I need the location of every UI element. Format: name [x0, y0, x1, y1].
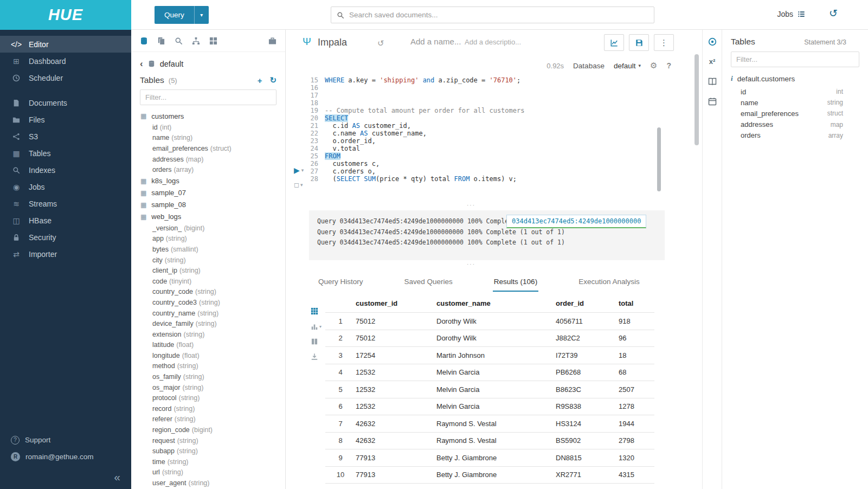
assist-table-sample-08[interactable]: ▦sample_08	[131, 199, 285, 211]
table-row[interactable]: 842632Raymond S. VestalBS59022798	[325, 433, 654, 450]
right-column-email-preferences[interactable]: email_preferencesstruct	[722, 108, 868, 119]
code-line[interactable]: c.orders o,	[325, 168, 657, 175]
assist-column-code[interactable]: code(tinyint)	[131, 276, 285, 287]
refresh-tables-icon[interactable]: ↻	[269, 75, 277, 85]
tab-execution-analysis[interactable]: Execution Analysis	[577, 273, 641, 292]
schedule-icon[interactable]	[708, 97, 717, 106]
right-filter-input[interactable]	[731, 52, 859, 67]
resize-handle[interactable]: ···	[286, 261, 657, 267]
help-question-icon[interactable]: ?	[666, 61, 671, 70]
assist-column-orders[interactable]: orders(array)	[131, 164, 285, 175]
assist-column-addresses[interactable]: addresses(map)	[131, 154, 285, 165]
sidebar-item-files[interactable]: Files	[0, 111, 131, 128]
support-link[interactable]: ? Support	[0, 432, 131, 448]
sidebar-item-importer[interactable]: ⇄Importer	[0, 246, 131, 262]
code-line[interactable]	[325, 84, 657, 92]
assist-column-request[interactable]: request(string)	[131, 435, 285, 446]
code-line[interactable]: customers c,	[325, 160, 657, 168]
language-reference-icon[interactable]	[708, 77, 717, 86]
jobs-button[interactable]: Jobs	[777, 10, 805, 18]
query-name-input[interactable]	[410, 37, 461, 46]
assist-column-user-agent[interactable]: user_agent(string)	[131, 478, 285, 488]
settings-gear-icon[interactable]: ⚙	[650, 61, 657, 70]
sidebar-item-editor[interactable]: </>Editor	[0, 36, 131, 53]
sidebar-item-documents[interactable]: Documents	[0, 94, 131, 111]
assist-column-country-code3[interactable]: country_code3(string)	[131, 297, 285, 308]
assist-table-k8s-logs[interactable]: ▦k8s_logs	[131, 175, 285, 187]
table-row[interactable]: 977913Betty J. GiambroneDN88151320	[325, 449, 654, 467]
main-scrollbar[interactable]	[695, 54, 699, 145]
code-line[interactable]: c.name AS customer_name,	[325, 130, 657, 137]
global-search[interactable]	[331, 7, 654, 23]
assist-column-extension[interactable]: extension(string)	[131, 329, 285, 340]
assist-column-name[interactable]: name(string)	[131, 133, 285, 144]
apps-source-icon[interactable]	[209, 37, 217, 45]
tables-filter-input[interactable]	[140, 89, 277, 105]
search-source-icon[interactable]	[175, 37, 183, 45]
code-line[interactable]	[325, 92, 657, 99]
documents-source-icon[interactable]	[157, 37, 165, 45]
new-query-button[interactable]: Query ▾	[155, 6, 209, 24]
sidebar-item-streams[interactable]: ≋Streams	[0, 195, 131, 212]
query-dropdown-caret-icon[interactable]: ▾	[194, 6, 209, 24]
code-line[interactable]: c.id AS customer_id,	[325, 122, 657, 130]
code-line[interactable]: v.total	[325, 145, 657, 152]
assist-table-sample-07[interactable]: ▦sample_07	[131, 187, 285, 199]
databases-source-icon[interactable]	[140, 37, 148, 45]
active-table-row[interactable]: i default.customers	[722, 67, 868, 86]
chart-button[interactable]	[604, 34, 624, 51]
table-row[interactable]: 742632Raymond S. VestalHS31241944	[325, 415, 654, 433]
code-line[interactable]: FROM	[325, 152, 657, 160]
assist-table-customers[interactable]: ▦customers	[131, 110, 285, 122]
sitemap-source-icon[interactable]	[192, 37, 200, 45]
table-row[interactable]: 1077913Betty J. GiambroneXR27714315	[325, 467, 654, 484]
query-description-input[interactable]	[465, 38, 525, 46]
hue-logo[interactable]: HUE	[0, 0, 131, 30]
assist-column-client-ip[interactable]: client_ip(string)	[131, 265, 285, 276]
run-options-caret-icon[interactable]: ▾	[301, 168, 304, 173]
statement-options-button[interactable]: ◻ ▾	[294, 181, 303, 189]
editor-scrollbar[interactable]	[657, 127, 661, 191]
download-results-icon[interactable]	[311, 353, 322, 361]
user-account[interactable]: R romain@gethue.com	[0, 448, 131, 465]
right-column-name[interactable]: namestring	[722, 97, 868, 108]
tab-query-history[interactable]: Query History	[317, 273, 364, 292]
sidebar-item-jobs[interactable]: ◉Jobs	[0, 178, 131, 195]
assist-table-web-logs[interactable]: ▦web_logs	[131, 211, 285, 223]
column-header-order-id[interactable]: order_id	[556, 299, 619, 307]
assist-column-os-family[interactable]: os_family(string)	[131, 371, 285, 382]
save-button[interactable]	[629, 34, 649, 51]
assist-column-record[interactable]: record(string)	[131, 403, 285, 414]
code-editor[interactable]: 1516171819202122232425262728 WHERE a.key…	[309, 76, 657, 183]
column-header-total[interactable]: total	[619, 299, 654, 307]
code-line[interactable]: -- Compute total amount per order for al…	[325, 107, 657, 114]
code-line[interactable]: (SELECT SUM(price * qty) total FROM o.it…	[325, 175, 657, 183]
table-row[interactable]: 412532Melvin GarciaPB626868	[325, 364, 654, 382]
right-column-orders[interactable]: ordersarray	[722, 130, 868, 141]
assist-column-longitude[interactable]: longitude(float)	[131, 350, 285, 361]
assist-compass-icon[interactable]	[708, 37, 717, 46]
assist-column-app[interactable]: app(string)	[131, 234, 285, 244]
sidebar-item-s3[interactable]: S3	[0, 128, 131, 145]
table-row[interactable]: 317254Martin JohnsonI72T3918	[325, 347, 654, 364]
columns-view-icon[interactable]	[311, 338, 322, 345]
right-column-addresses[interactable]: addressesmap	[722, 119, 868, 130]
assist-column-referer[interactable]: referer(string)	[131, 414, 285, 425]
code-line[interactable]	[325, 99, 657, 107]
assist-column-email-preferences[interactable]: email_preferences(struct)	[131, 143, 285, 154]
sidebar-item-dashboard[interactable]: ⊞Dashboard	[0, 53, 131, 69]
code-line[interactable]: o.order_id,	[325, 137, 657, 145]
query-id-popup[interactable]: 034d413ec7474ed5:4249de1000000000	[506, 215, 646, 228]
chart-view-icon[interactable]: ▾	[311, 323, 322, 330]
assist-column-region-code[interactable]: region_code(bigint)	[131, 424, 285, 435]
assist-column-country-code[interactable]: country_code(string)	[131, 287, 285, 298]
code-lines[interactable]: WHERE a.key = 'shipping' and a.zip_code …	[323, 76, 657, 183]
database-dropdown[interactable]: default ▾	[614, 62, 641, 70]
functions-icon[interactable]: x²	[709, 57, 716, 66]
assist-column-protocol[interactable]: protocol(string)	[131, 393, 285, 403]
table-row[interactable]: 512532Melvin GarciaB8623C2507	[325, 381, 654, 398]
assist-column-time[interactable]: time(string)	[131, 456, 285, 467]
assist-column-method[interactable]: method(string)	[131, 361, 285, 372]
briefcase-icon[interactable]	[268, 37, 277, 45]
column-header-customer-id[interactable]: customer_id	[356, 299, 436, 307]
